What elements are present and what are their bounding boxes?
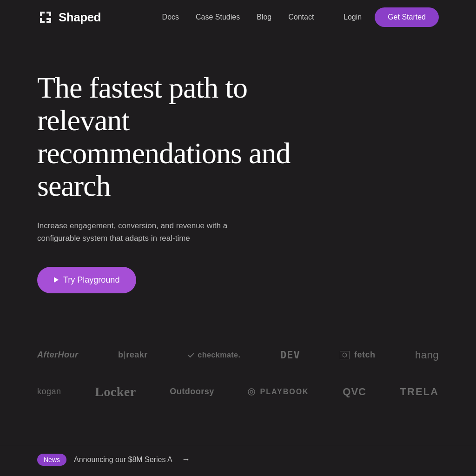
login-link[interactable]: Login xyxy=(344,13,362,21)
news-badge: News xyxy=(37,454,66,466)
news-text: Announcing our $8M Series A xyxy=(74,456,172,464)
logos-row-1: AfterHour b|reakr checkmate. DEV ⬡fetch … xyxy=(37,349,439,361)
logo-afterhour: AfterHour xyxy=(37,350,79,360)
news-arrow-icon: → xyxy=(182,455,190,464)
logo-qvc: QVC xyxy=(343,386,366,398)
navbar: Shaped Docs Case Studies Blog Contact Lo… xyxy=(0,0,476,34)
logos-section: AfterHour b|reakr checkmate. DEV ⬡fetch … xyxy=(0,321,476,441)
logo[interactable]: Shaped xyxy=(37,9,101,26)
get-started-button[interactable]: Get Started xyxy=(375,7,439,27)
nav-docs[interactable]: Docs xyxy=(162,13,179,21)
play-icon xyxy=(54,277,59,283)
hero-title: The fastest path to relevant recommendat… xyxy=(37,72,316,203)
logo-checkmate: checkmate. xyxy=(187,351,240,359)
logo-dev: DEV xyxy=(280,349,300,361)
svg-rect-0 xyxy=(37,9,54,26)
svg-point-1 xyxy=(248,389,255,395)
logo-outdoorsy: Outdoorsy xyxy=(170,387,214,397)
logo-locker: Locker xyxy=(95,384,136,399)
logo-fetch: ⬡fetch xyxy=(340,350,375,360)
hero-subtitle: Increase engagement, conversion, and rev… xyxy=(37,219,232,245)
nav-contact[interactable]: Contact xyxy=(288,13,314,21)
nav-right: Login Get Started xyxy=(344,7,439,27)
logo-playbook: PLAYBOOK xyxy=(248,388,309,396)
svg-point-2 xyxy=(250,390,253,393)
nav-links: Docs Case Studies Blog Contact xyxy=(162,13,314,21)
logo-icon xyxy=(37,9,54,26)
try-playground-label: Try Playground xyxy=(63,275,119,285)
logo-text: Shaped xyxy=(59,10,101,25)
try-playground-button[interactable]: Try Playground xyxy=(37,267,136,293)
logo-kogan: kogan xyxy=(37,387,61,397)
logo-breakr: b|reakr xyxy=(118,350,148,360)
news-bar[interactable]: News Announcing our $8M Series A → xyxy=(0,446,476,473)
nav-blog[interactable]: Blog xyxy=(257,13,271,21)
nav-case-studies[interactable]: Case Studies xyxy=(196,13,240,21)
logo-trela: TRELA xyxy=(400,386,439,398)
hero-section: The fastest path to relevant recommendat… xyxy=(0,34,476,321)
logos-row-2: kogan Locker Outdoorsy PLAYBOOK QVC TREL… xyxy=(37,384,439,399)
logo-hang: hang xyxy=(415,349,439,361)
